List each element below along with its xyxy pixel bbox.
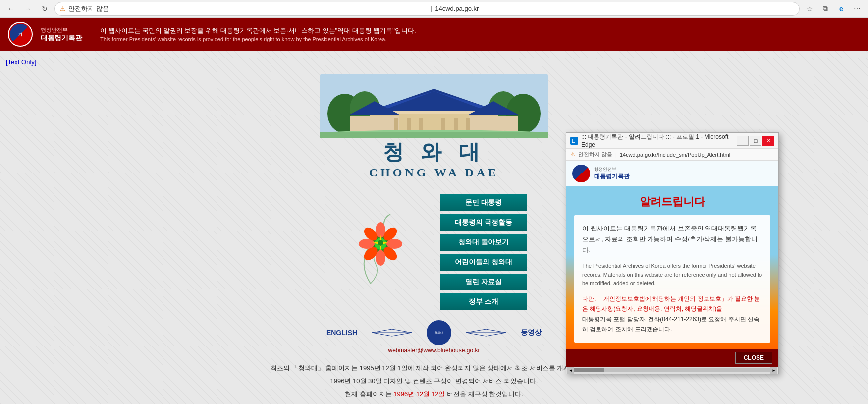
url-text: 14cwd.pa.go.kr: [435, 5, 794, 12]
toolbar-icons: ☆ ⧉ e ⋯: [803, 2, 864, 16]
popup-url-text: 14cwd.pa.go.kr/Include_sm/PopUp_Alert.ht…: [620, 152, 730, 158]
nav-btn-2[interactable]: 청와대 돌아보기: [440, 234, 527, 251]
popup-window-controls: ─ □ ✕: [737, 136, 774, 146]
building-svg: [320, 74, 548, 138]
nav-btn-5[interactable]: 정부 소개: [440, 293, 527, 310]
edge-icon[interactable]: e: [834, 2, 848, 16]
nav-btn-0[interactable]: 문민 대통령: [440, 194, 527, 211]
title-english: CHONG WA DAE: [369, 166, 499, 179]
popup-lock-icon: ⚠: [570, 151, 575, 158]
banner-logo-inner: 기: [10, 24, 31, 45]
title-korean: 청 와 대: [383, 138, 486, 166]
nav-btn-3[interactable]: 어린이들의 청와대: [440, 254, 527, 271]
popup-scrollbar: ◄ ►: [566, 367, 778, 374]
browser-toolbar: ← → ↻ ⚠ 안전하지 않음 | 14cwd.pa.go.kr ☆ ⧉ e ⋯: [0, 0, 868, 18]
banner-main-text: 이 웹사이트는 국민의 알권리 보장을 위해 대통령기록관에서 보존·서비스하고…: [100, 26, 860, 35]
top-banner: 기 행정안전부 대통령기록관 이 웹사이트는 국민의 알권리 보장을 위해 대통…: [0, 18, 868, 51]
banner-message: 이 웹사이트는 국민의 알권리 보장을 위해 대통령기록관에서 보존·서비스하고…: [90, 26, 860, 42]
building-image: [320, 74, 548, 138]
popup-msg-korean: 이 웹사이트는 대통령기록관에서 보존중인 역대대통령웹기록으로서, 자료의 조…: [582, 223, 762, 256]
popup-logo: [572, 165, 590, 182]
popup-header-bar: 행정안전부 대통령기록관: [566, 161, 778, 186]
forward-button[interactable]: →: [21, 2, 35, 16]
popup-window: E ::: 대통령기록관 - 알려드립니다 ::: - 프로필 1 - Micr…: [566, 132, 779, 374]
text-only-link[interactable]: [Text Only]: [0, 56, 868, 69]
popup-title-icon: E: [570, 137, 578, 145]
banner-sub-text: This former Presidents' website records …: [100, 36, 860, 42]
popup-msg-extra-1: 다만, 「개인정보보호법에 해당하는 개인의 정보보호」가 필요한 분은 해당사…: [582, 294, 762, 314]
popup-addressbar: ⚠ 안전하지 않음 | 14cwd.pa.go.kr/Include_sm/Po…: [566, 149, 778, 161]
divider-decoration: [372, 328, 412, 338]
more-options-icon[interactable]: ⋯: [850, 2, 864, 16]
description-text: 최초의 「청와대」 홈페이지는 1995년 12월 1일에 제작 되어 완성되지…: [271, 362, 597, 401]
popup-minimize-btn[interactable]: ─: [737, 136, 749, 146]
popup-msg-extra-2: 대통령기록 포털 담당자, 전화(044-211-2263)로 요청해 주시면 …: [582, 314, 762, 335]
popup-close-btn[interactable]: ✕: [762, 136, 774, 146]
nav-btn-1[interactable]: 대통령의 국정활동: [440, 214, 527, 231]
popup-header-ministry: 행정안전부: [594, 166, 630, 173]
popup-titlebar: E ::: 대통령기록관 - 알려드립니다 ::: - 프로필 1 - Micr…: [566, 133, 778, 149]
main-content: [Text Only]: [0, 51, 868, 404]
browser-chrome: ← → ↻ ⚠ 안전하지 않음 | 14cwd.pa.go.kr ☆ ⧉ e ⋯: [0, 0, 868, 18]
nav-btn-4[interactable]: 열린 자료실: [440, 274, 527, 290]
popup-close-button[interactable]: CLOSE: [735, 352, 772, 364]
scroll-right-arrow[interactable]: ►: [770, 367, 777, 374]
popup-title-left: E ::: 대통령기록관 - 알려드립니다 ::: - 프로필 1 - Micr…: [570, 133, 737, 148]
popup-alert-title: 알려드립니다: [566, 194, 778, 209]
popup-content: 행정안전부 대통령기록관 알려드립니다 이 웹사이트는 대통령기록관에서 보존중…: [566, 161, 778, 349]
popup-msg-english: The Presidential Archives of Korea offer…: [582, 262, 762, 288]
banner-logo: 기: [8, 22, 33, 47]
scroll-left-arrow[interactable]: ◄: [567, 367, 574, 374]
desc-line2: 1996년 10월 30일 디자인 및 컨텐츠 구성이 변경되어 서비스 되었습…: [271, 375, 597, 388]
address-bar[interactable]: ⚠ 안전하지 않음 | 14cwd.pa.go.kr: [54, 2, 800, 16]
popup-lock-text: 안전하지 않음: [578, 151, 612, 158]
popup-header-texts: 행정안전부 대통령기록관: [594, 166, 630, 181]
divider-decoration-2: [466, 328, 506, 338]
popup-header-name: 대통령기록관: [594, 173, 630, 181]
english-link[interactable]: ENGLISH: [326, 329, 357, 337]
popup-scrollbar-thumb[interactable]: [574, 368, 604, 372]
seal-image: 청와대: [427, 320, 451, 345]
collections-icon[interactable]: ⧉: [818, 2, 832, 16]
popup-maximize-btn[interactable]: □: [750, 136, 761, 146]
nav-section: 문민 대통령 대통령의 국정활동 청와대 돌아보기 어린이들의 청와대 열린 자…: [341, 194, 527, 310]
bottom-links: ENGLISH 청와대 동영상: [326, 320, 542, 345]
svg-rect-19: [320, 132, 548, 138]
video-link[interactable]: 동영상: [521, 328, 542, 337]
lock-icon: ⚠: [60, 5, 65, 12]
favorites-icon[interactable]: ☆: [803, 2, 816, 16]
banner-ministry: 행정안전부: [41, 26, 82, 34]
popup-footer: CLOSE: [566, 349, 778, 367]
svg-point-31: [378, 240, 383, 246]
flower-decoration: [341, 194, 420, 293]
banner-text: 행정안전부 대통령기록관: [41, 26, 82, 43]
refresh-button[interactable]: ↻: [38, 2, 52, 16]
popup-title-text: ::: 대통령기록관 - 알려드립니다 ::: - 프로필 1 - Micros…: [581, 133, 737, 148]
desc-line3: 현재 홈페이지는 1996년 12월 12일 버전을 재구성 한것입니다.: [271, 388, 597, 401]
popup-message-box: 이 웹사이트는 대통령기록관에서 보존중인 역대대통령웹기록으로서, 자료의 조…: [574, 215, 770, 343]
address-text: 안전하지 않음: [68, 4, 428, 13]
desc-line1: 최초의 「청와대」 홈페이지는 1995년 12월 1일에 제작 되어 완성되지…: [271, 362, 597, 375]
svg-text:E: E: [572, 138, 575, 144]
nav-buttons: 문민 대통령 대통령의 국정활동 청와대 돌아보기 어린이들의 청와대 열린 자…: [440, 194, 527, 310]
popup-scrollbar-track[interactable]: [574, 368, 770, 372]
back-button[interactable]: ←: [4, 2, 18, 16]
webmaster-email: webmaster@www.bluehouse.go.kr: [388, 347, 480, 354]
banner-archive: 대통령기록관: [41, 34, 82, 43]
